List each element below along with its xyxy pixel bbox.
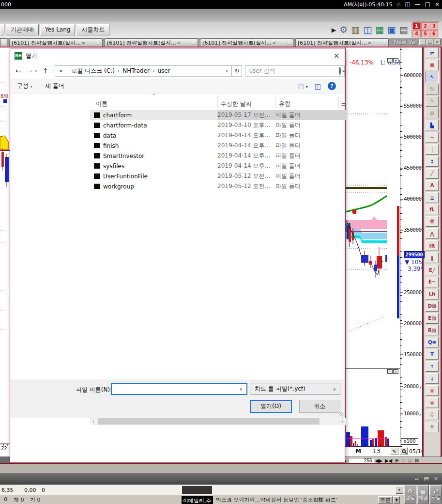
search-icon[interactable] [339,68,341,74]
page-cell[interactable]: 3 [430,22,438,30]
tab-close-icon[interactable]: × [287,40,291,46]
lower-window-icon[interactable]: ▱ [415,475,419,482]
page-cell[interactable]: 6 [430,30,438,37]
dialog-close-button[interactable]: × [328,49,345,62]
resize-grip[interactable] [339,412,343,416]
help-icon[interactable]: ? [328,82,336,90]
news-ticker[interactable]: 박스권 오락가락…약세장서 돋보인 '중소형株 펀드' [216,496,337,504]
drawing-tool-icon[interactable]: T [426,349,439,360]
drawing-tool-icon[interactable]: ↕ [426,156,439,167]
chart-nav-icon[interactable]: ▦ [408,458,412,463]
breadcrumb-item[interactable]: NHTrader [122,67,150,74]
horizontal-scrollbar[interactable]: ‹ › [90,418,346,425]
toolbar-button[interactable]: 기관매매 [6,24,39,35]
file-row[interactable]: data 2019-04-14 오후... 파일 폴더 [90,130,346,141]
chart-nav-icon[interactable]: ⊕ [395,458,398,463]
tab-stub[interactable]: × [0,38,7,47]
drawing-tool-icon[interactable]: fR [426,240,439,251]
lower-window-icon[interactable]: × [434,475,438,482]
drawing-tool-icon[interactable]: ◉ [426,397,439,408]
chart-tab[interactable]: [6101] 전략실행차트(실시...⊕× [200,38,293,47]
annotate-button[interactable]: ✎ [390,447,398,455]
refresh-icon[interactable]: ↻ [232,65,243,77]
chart-nav-icon[interactable]: ▶◀ [385,458,392,463]
page-cell[interactable]: 1 [412,22,421,30]
order-button[interactable]: 주문 [378,496,393,504]
scroll-left-icon[interactable]: ‹ [90,418,97,425]
drawing-tool-icon[interactable]: ▨ [426,108,439,118]
scrollbar-thumb[interactable] [98,418,320,425]
chart-nav-icon[interactable]: ◀▶ [375,458,382,463]
titlebar-icon[interactable]: □ [425,1,430,7]
drawing-tool-icon[interactable]: A [426,180,439,191]
status-action-button[interactable]: ⇄ 자동 [430,485,442,504]
file-row[interactable]: finish 2019-04-14 오후... 파일 폴더 [90,141,346,151]
column-header-date[interactable]: 수정한 날짜 [221,100,252,108]
drawing-tool-icon[interactable]: ⇄ [426,47,439,58]
status-action-button[interactable]: ▤ 체결 [417,485,429,504]
navigation-pane[interactable] [10,94,90,418]
chart-tab[interactable]: [6101] 전략실행차트(실시...⊕× [105,38,198,47]
drawing-tool-icon[interactable]: ⋀ [426,228,439,239]
drawing-tool-icon[interactable]: ≣ [426,192,439,203]
toolbar-icon[interactable]: ◫ [363,25,372,34]
drawing-tool-icon[interactable]: │ [426,144,439,155]
drawing-tool-icon[interactable]: ☺ [426,410,439,420]
toolbar-button[interactable]: Yes Lang [40,24,75,35]
zoom-button[interactable] [399,447,408,455]
toolbar-icon[interactable]: ▥ [351,25,360,34]
filename-input[interactable] [112,386,235,393]
window-minimize-button[interactable]: – [419,39,426,45]
breadcrumb[interactable]: « 로컬 디스크 (C:)›NHTrader›user ∨ [55,65,232,77]
titlebar-icon[interactable]: × [435,1,440,7]
cancel-button[interactable]: 취소 [299,400,340,413]
address-dropdown-icon[interactable]: ∨ [222,68,231,73]
file-row[interactable]: sysfiles 2019-04-14 오후... 파일 폴더 [90,161,346,171]
drawing-tool-icon[interactable]: ∥ [426,252,439,263]
preview-pane-icon[interactable]: ◫ [315,82,321,90]
drawing-tool-icon[interactable]: ▙ [426,120,439,130]
organize-menu[interactable]: 구성▾ [17,82,32,90]
column-header-type[interactable]: 유형 [279,100,290,108]
column-header-size[interactable]: 크 [341,100,347,108]
toolbar-icon[interactable]: ⚙ [339,25,348,34]
drawing-tool-icon[interactable]: ① [426,422,439,432]
titlebar-icon[interactable]: ⌂ [397,1,401,7]
breadcrumb-item[interactable]: 로컬 디스크 (C:) [71,67,114,75]
toolbar-icon[interactable]: ▤ [399,25,408,34]
pane-box-icon[interactable]: □ [387,58,393,63]
back-arrow-icon[interactable]: ← [15,67,21,75]
page-cell[interactable]: 5 [421,30,429,37]
order-dropdown-icon[interactable]: ▾ [393,496,400,504]
pane-minimize-icon[interactable]: − [387,369,393,374]
lower-window-icon[interactable]: ▤ [424,475,428,482]
chart-tab[interactable]: [6101] 전략실행차트(실시...⊕× [9,38,103,47]
new-folder-button[interactable]: 새 폴더 [45,82,64,90]
drawing-tool-icon[interactable]: fL [426,205,439,215]
drawing-tool-icon[interactable]: ff [426,216,439,227]
titlebar-icon[interactable]: ◫ [405,1,410,7]
drawing-tool-icon[interactable]: Lh [426,289,439,299]
titlebar-icon[interactable]: — [415,1,421,7]
drawing-tool-icon[interactable]: ↑ [426,361,439,372]
toolbar-icon[interactable]: ▦ [375,25,384,34]
drawing-tool-icon[interactable]: ▦ [426,60,439,70]
status-action-button[interactable]: ⚙ 설정 [404,485,416,504]
drawing-tool-icon[interactable]: ▣ [426,385,439,396]
forward-arrow-icon[interactable]: → [27,67,32,75]
open-button[interactable]: 열기(O) [250,400,292,413]
drawing-tool-icon[interactable]: D▨ [426,301,439,312]
drawing-tool-icon[interactable]: Q≡ [426,337,439,347]
toolbar-stub-button[interactable] [0,24,4,35]
up-arrow-icon[interactable]: ↑ [43,67,48,75]
pane-dropdown-icon[interactable]: ▾ [393,58,398,63]
drawing-tool-icon[interactable]: ╱ [426,168,439,179]
file-row[interactable]: SmartInvestor 2019-04-14 오후... 파일 폴더 [90,151,346,161]
tab-close-icon[interactable]: × [192,40,196,46]
tab-close-icon[interactable]: × [382,40,386,46]
view-mode-button[interactable]: ▤▾ [298,82,307,90]
chart-tab[interactable]: [6101] 전략실행차트(실시...⊕× [295,38,389,47]
drawing-tool-icon[interactable]: ↖ [426,72,439,82]
column-header-name[interactable]: 이름 [96,100,107,108]
scroll-right-icon[interactable]: › [339,418,346,425]
